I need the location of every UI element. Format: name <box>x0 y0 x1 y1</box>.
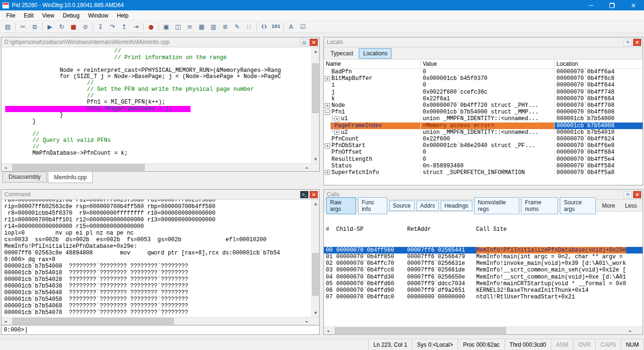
column-header-name[interactable]: Name <box>324 60 421 68</box>
locals-row-resultlength[interactable]: ResultLength000000070`0b4ff5e4 <box>324 156 643 162</box>
call-frame-03[interactable]: 0300000070`0b4ffcc000007ff6`025661deMemI… <box>324 267 643 273</box>
restart-button[interactable]: ↻ <box>56 22 68 32</box>
command-pane-close-button[interactable]: × <box>310 191 318 198</box>
call-frame-07[interactable]: 0700000070`0b4ffdc000000000`00000000ntdl… <box>324 294 643 300</box>
horizontal-splitter-left[interactable] <box>1 184 320 189</box>
watch-window-button[interactable]: ◫ <box>172 22 184 32</box>
command-hscroll-thumb[interactable] <box>12 318 174 324</box>
source-vscroll-track[interactable] <box>312 55 319 155</box>
locals-row-j[interactable]: j0x0022f600`ccefc36c00000070`0b4ff748 <box>324 89 643 96</box>
command-window-button[interactable]: ▣ <box>160 22 172 32</box>
locals-row-u1[interactable]: ├+u1union _MMPFN_IDENTITY::<unnamed...00… <box>324 115 643 122</box>
expand-box-icon[interactable]: + <box>334 116 339 122</box>
calls-button-headings[interactable]: Headings <box>441 201 472 211</box>
step-into-button[interactable]: ↧ <box>95 22 106 32</box>
call-frame-06[interactable]: 0600000070`0b4ffd9000007ff9`df9a2651KERN… <box>324 287 643 294</box>
source-line[interactable]: // Get the PFN and write the physical pa… <box>5 87 311 93</box>
scroll-down-icon[interactable]: ▼ <box>312 309 319 317</box>
locals-row-k[interactable]: k0x22f6a100000070`0b4ff664 <box>324 96 643 102</box>
source-hscroll-thumb[interactable] <box>12 164 144 171</box>
scroll-right-icon[interactable]: ► <box>303 164 311 172</box>
source-mode-off-button[interactable]: 101 <box>270 22 282 32</box>
locals-row-i[interactable]: i000000070`0b4ff644 <box>324 82 643 88</box>
memory-window-button[interactable]: ▥ <box>208 22 219 32</box>
source-horizontal-scrollbar[interactable]: ◄ ► <box>1 164 311 171</box>
scroll-right-icon[interactable]: ► <box>303 317 311 325</box>
call-frame-01[interactable]: 0100000070`0b4ff85000007ff6`02566479MemI… <box>324 254 643 260</box>
source-line[interactable]: // <box>5 144 311 151</box>
scroll-up-icon[interactable]: ▲ <box>312 200 319 208</box>
menu-file[interactable]: File <box>2 10 19 20</box>
calls-button-more[interactable]: More <box>598 201 619 211</box>
collapse-box-icon[interactable]: − <box>325 110 330 115</box>
minimize-button[interactable] <box>580 0 601 10</box>
locals-pane-close-button[interactable]: × <box>633 39 641 46</box>
scroll-down-icon[interactable]: ▼ <box>312 155 319 163</box>
call-frame-00[interactable]: 0000000070`0b4ff56000007ff6`02565441MemI… <box>324 247 643 254</box>
source-line[interactable]: Node = reinterpret_cast<PPHYSICAL_MEMORY… <box>5 68 311 74</box>
disassembly-window-button[interactable]: ∷ <box>243 22 255 32</box>
source-line[interactable]: Pfn1->PageFrameIndex = j; <box>5 106 311 113</box>
source-line[interactable]: } <box>5 119 311 125</box>
source-line[interactable] <box>5 61 311 68</box>
vertical-splitter[interactable] <box>320 33 323 339</box>
calls-pane-close-button[interactable]: × <box>633 191 641 198</box>
source-pane-close-button[interactable]: × <box>310 39 318 46</box>
source-hscroll-track[interactable] <box>9 164 303 171</box>
scroll-left-icon[interactable]: ◄ <box>1 164 9 172</box>
menu-help[interactable]: Help <box>113 10 133 20</box>
command-input[interactable] <box>26 325 319 334</box>
source-line[interactable]: // Print information on the range <box>5 55 311 61</box>
column-header-location[interactable]: Location <box>555 60 643 68</box>
step-over-button[interactable]: ↷ <box>106 22 118 32</box>
locals-row-pfnoffset[interactable]: PfnOffset000000070`0b4ff684 <box>324 149 643 156</box>
command-console-icon[interactable]: >_ <box>300 191 308 198</box>
break-button[interactable]: ⊘ <box>79 22 91 32</box>
call-frame-05[interactable]: 0500000070`0b4ffd6000007ff9`ddcc7034MemI… <box>324 280 643 287</box>
source-line[interactable]: // Query all valid PFNs <box>5 138 311 144</box>
run-to-cursor-button[interactable]: ⇥ <box>130 22 142 32</box>
source-mode-on-button[interactable]: {} <box>258 22 270 32</box>
menu-debug[interactable]: Debug <box>59 10 84 20</box>
locals-row-node[interactable]: +Node0x00000070`0b4ff720 struct _PHY...0… <box>324 102 643 109</box>
command-vertical-scrollbar[interactable]: ▲ ▼ <box>311 200 319 317</box>
call-frame-02[interactable]: 0200000070`0b4ffc7000007ff6`0256631eMemI… <box>324 260 643 267</box>
command-hscroll-track[interactable] <box>9 317 303 325</box>
step-out-button[interactable]: ↥ <box>118 22 130 32</box>
expand-box-icon[interactable]: + <box>325 103 330 108</box>
source-line[interactable] <box>5 157 311 164</box>
call-frame-04[interactable]: 0400000070`0b4ffd3000007ff6`0256650eMemI… <box>324 274 643 280</box>
menu-edit[interactable]: Edit <box>19 10 38 20</box>
locals-dock-icon[interactable]: ⧉ <box>624 39 632 46</box>
calls-window-button[interactable]: ≣ <box>219 22 231 32</box>
source-line[interactable]: for (SIZE_T j = Node->BasePage; j < (Nod… <box>5 74 311 80</box>
source-code-area[interactable]: // // Print information on the range Nod… <box>1 47 311 163</box>
locals-window-button[interactable]: ≡ <box>184 22 196 32</box>
calls-hscroll-thumb[interactable] <box>335 327 505 334</box>
horizontal-splitter-right[interactable] <box>323 185 643 189</box>
source-line[interactable]: MmPfnDatabase->PfnCount = k; <box>5 150 311 157</box>
registers-window-button[interactable]: ▦ <box>196 22 208 32</box>
locals-row-bitmapbuffer[interactable]: +BitMapBuffer0x000001cb`b45f037000000070… <box>324 75 643 82</box>
insert-remove-breakpoint-button[interactable]: ● <box>145 22 157 32</box>
scratch-pad-button[interactable]: ✎ <box>231 22 243 32</box>
options-button[interactable]: ☑ <box>297 22 309 32</box>
expand-box-icon[interactable]: + <box>325 76 330 81</box>
source-line[interactable]: // <box>5 48 311 55</box>
copy-button[interactable]: ⧉ <box>29 22 41 32</box>
stop-debugging-button[interactable]: ■ <box>68 22 79 32</box>
locals-row-u2[interactable]: └+u2union _MMPFN_IDENTITY::<unnamed...00… <box>324 129 643 136</box>
locals-row-pfncount[interactable]: PfnCount0x22f60000000070`0b4ff624 <box>324 136 643 142</box>
source-vscroll-thumb[interactable] <box>312 63 319 114</box>
calls-hscroll-track[interactable] <box>332 327 627 334</box>
font-button[interactable]: A <box>285 22 297 32</box>
open-source-file-button[interactable]: ▤ <box>2 22 14 32</box>
source-line[interactable]: // <box>5 93 311 100</box>
source-line[interactable]: // <box>5 80 311 87</box>
locals-row-pfndbstart[interactable]: +PfnDbStart0x000001cb`b46e2040 struct _P… <box>324 142 643 149</box>
scroll-left-icon[interactable]: ◄ <box>324 327 332 335</box>
calls-button-less[interactable]: Less <box>621 201 641 211</box>
locals-row-badpfn[interactable]: BadPfn000000070`0b4ff6a4 <box>324 69 643 75</box>
column-header-value[interactable]: Value <box>421 60 555 68</box>
source-line[interactable]: Pfn1 = MI_GET_PFN(k++); <box>5 99 311 106</box>
